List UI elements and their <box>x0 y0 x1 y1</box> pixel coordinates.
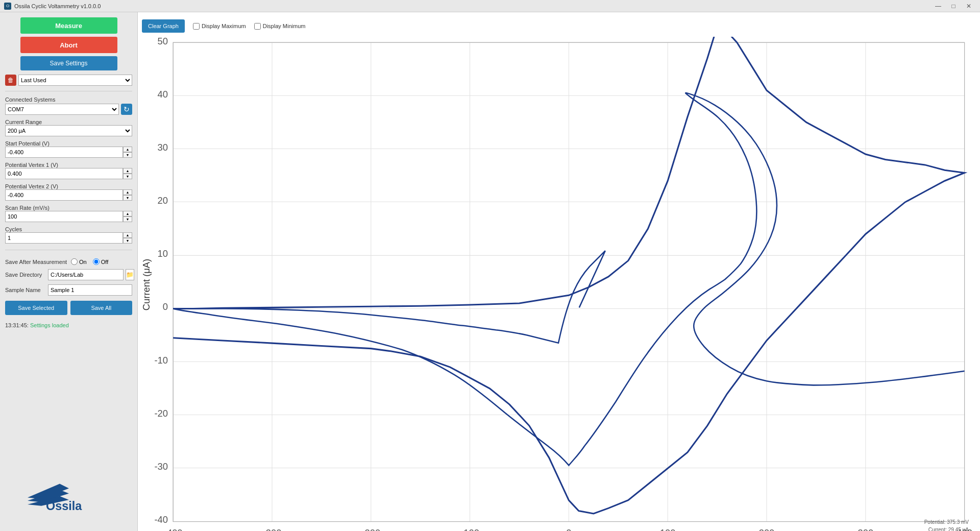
refresh-button[interactable]: ↻ <box>121 104 132 115</box>
clear-graph-button[interactable]: Clear Graph <box>142 19 185 33</box>
close-button[interactable]: ✕ <box>962 2 976 11</box>
logo-area: Ossila <box>5 475 132 526</box>
divider-2 <box>5 250 132 250</box>
divider-1 <box>5 91 132 91</box>
potential-v2-spinners: ▲ ▼ <box>123 189 132 201</box>
potential-v1-group: Potential Vertex 1 (V) ▲ ▼ <box>5 162 132 179</box>
voltammetry-chart: 50 40 30 20 10 0 -10 -20 -30 -40 -400 -3… <box>142 37 975 531</box>
potential-v1-input-row: ▲ ▼ <box>5 168 132 179</box>
save-buttons-row: Save Selected Save All <box>5 301 132 315</box>
svg-text:0: 0 <box>566 527 571 531</box>
potential-v1-up[interactable]: ▲ <box>123 168 132 174</box>
sample-name-input[interactable] <box>48 284 132 296</box>
save-selected-button[interactable]: Save Selected <box>5 301 67 315</box>
refresh-icon: ↻ <box>124 105 130 113</box>
status-time: 13:31:45: <box>5 322 29 328</box>
scan-rate-label: Scan Rate (mV/s) <box>5 205 50 211</box>
save-after-on-radio[interactable] <box>71 258 78 265</box>
svg-text:-30: -30 <box>154 461 168 472</box>
save-directory-label: Save Directory <box>5 272 46 278</box>
cycles-down[interactable]: ▼ <box>123 238 132 244</box>
save-after-radio-group: On Off <box>71 258 108 265</box>
cycles-spinners: ▲ ▼ <box>123 232 132 244</box>
start-potential-input[interactable] <box>5 147 123 158</box>
potential-v2-input[interactable] <box>5 189 123 201</box>
start-potential-up[interactable]: ▲ <box>123 147 132 152</box>
connected-systems-group: Connected Systems COM7 ↻ <box>5 96 132 115</box>
status-message: Settings loaded <box>30 322 69 328</box>
abort-button[interactable]: Abort <box>20 37 117 53</box>
status-bar: 13:31:45: Settings loaded <box>5 322 132 328</box>
scan-rate-up[interactable]: ▲ <box>123 211 132 216</box>
potential-v1-spinners: ▲ ▼ <box>123 168 132 179</box>
folder-icon: 📁 <box>126 271 134 278</box>
cycles-up[interactable]: ▲ <box>123 232 132 238</box>
svg-text:200: 200 <box>759 527 775 531</box>
cycles-input-row: ▲ ▼ <box>5 232 132 244</box>
cycles-input[interactable] <box>5 232 123 244</box>
scan-rate-down[interactable]: ▼ <box>123 216 132 222</box>
chart-coordinates: Potential: 375.3 mV Current: 29.45 μA <box>924 518 969 531</box>
sidebar: Measure Abort Save Settings 🗑 Last Used … <box>0 12 138 531</box>
svg-text:50: 50 <box>158 37 168 46</box>
current-coord: Current: 29.45 μA <box>924 526 969 531</box>
scan-rate-group: Scan Rate (mV/s) ▲ ▼ <box>5 205 132 222</box>
svg-text:-10: -10 <box>154 355 168 366</box>
connected-systems-select[interactable]: COM7 <box>5 104 119 115</box>
potential-v2-down[interactable]: ▼ <box>123 195 132 201</box>
start-potential-down[interactable]: ▼ <box>123 152 132 158</box>
svg-text:-100: -100 <box>460 527 479 531</box>
connected-row: COM7 ↻ <box>5 104 132 115</box>
cycles-group: Cycles ▲ ▼ <box>5 226 132 244</box>
preset-delete-button[interactable]: 🗑 <box>5 75 16 86</box>
save-settings-button[interactable]: Save Settings <box>20 56 117 70</box>
save-after-off-label[interactable]: Off <box>93 258 108 265</box>
trash-icon: 🗑 <box>8 77 14 84</box>
save-after-row: Save After Measurement On Off <box>5 258 132 265</box>
display-maximum-checkbox[interactable] <box>193 23 200 30</box>
chart-toolbar: Clear Graph Display Maximum Display Mini… <box>138 17 975 37</box>
display-minimum-checkbox[interactable] <box>254 23 261 30</box>
measure-button[interactable]: Measure <box>20 17 117 34</box>
minimize-button[interactable]: — <box>931 2 945 11</box>
current-range-group: Current Range 200 μA <box>5 119 132 136</box>
potential-v2-up[interactable]: ▲ <box>123 189 132 195</box>
start-potential-label: Start Potential (V) <box>5 140 50 147</box>
scan-rate-input-row: ▲ ▼ <box>5 211 132 222</box>
save-after-on-label[interactable]: On <box>71 258 87 265</box>
preset-row: 🗑 Last Used <box>5 75 132 86</box>
start-potential-input-row: ▲ ▼ <box>5 147 132 158</box>
display-maximum-label[interactable]: Display Maximum <box>193 23 246 30</box>
connected-systems-label: Connected Systems <box>5 96 55 103</box>
scan-rate-input[interactable] <box>5 211 123 222</box>
sample-name-row: Sample Name <box>5 284 132 296</box>
current-range-label: Current Range <box>5 119 42 125</box>
potential-v2-group: Potential Vertex 2 (V) ▲ ▼ <box>5 183 132 201</box>
sample-name-label: Sample Name <box>5 287 46 293</box>
save-after-off-radio[interactable] <box>93 258 100 265</box>
current-range-select[interactable]: 200 μA <box>5 125 132 136</box>
save-after-label: Save After Measurement <box>5 259 67 265</box>
potential-v1-down[interactable]: ▼ <box>123 174 132 179</box>
svg-text:-20: -20 <box>154 408 168 419</box>
svg-text:100: 100 <box>660 527 676 531</box>
save-directory-input[interactable] <box>48 269 124 280</box>
potential-v2-label: Potential Vertex 2 (V) <box>5 183 58 189</box>
svg-text:-200: -200 <box>361 527 380 531</box>
display-minimum-label[interactable]: Display Minimum <box>254 23 306 30</box>
window-title: Ossila Cyclic Voltammetry v1.0.0.0 <box>14 3 101 9</box>
save-all-button[interactable]: Save All <box>70 301 133 315</box>
potential-v1-input[interactable] <box>5 168 123 179</box>
potential-v2-input-row: ▲ ▼ <box>5 189 132 201</box>
title-bar-left: O Ossila Cyclic Voltammetry v1.0.0.0 <box>4 3 101 10</box>
svg-text:0: 0 <box>163 301 168 312</box>
maximize-button[interactable]: □ <box>946 2 961 11</box>
svg-text:10: 10 <box>158 248 168 259</box>
svg-text:Current (μA): Current (μA) <box>142 259 152 310</box>
svg-text:Ossila: Ossila <box>46 499 82 513</box>
folder-browse-button[interactable]: 📁 <box>126 269 134 280</box>
potential-v1-label: Potential Vertex 1 (V) <box>5 162 58 168</box>
chart-container: 50 40 30 20 10 0 -10 -20 -30 -40 -400 -3… <box>142 37 975 531</box>
svg-text:20: 20 <box>158 195 168 206</box>
preset-select[interactable]: Last Used <box>18 75 132 86</box>
